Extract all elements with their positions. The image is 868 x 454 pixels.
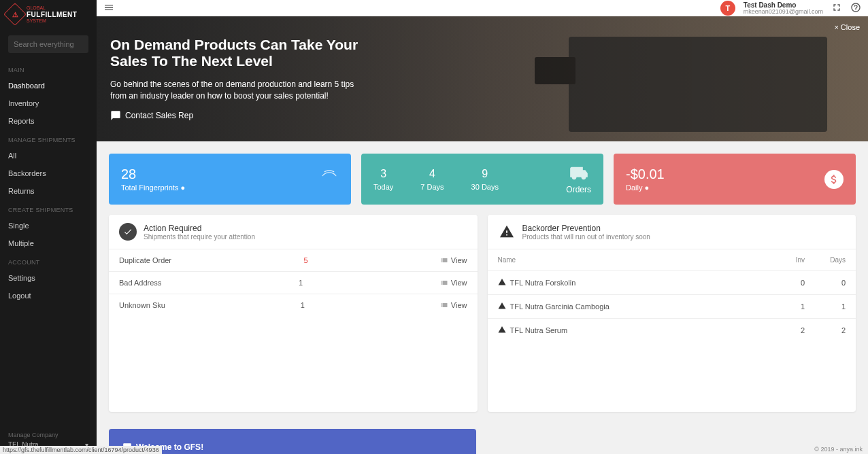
view-button[interactable]: View xyxy=(440,301,467,309)
nav-inventory[interactable]: Inventory xyxy=(0,94,97,112)
user-info: Test Dash Demo mkeenan021091@gmail.com xyxy=(744,1,823,16)
hamburger-icon xyxy=(103,2,114,13)
warning-icon xyxy=(498,223,516,241)
nav-settings[interactable]: Settings xyxy=(0,269,97,287)
status-bar-url: https://gfs.thefulfillmentlab.com/client… xyxy=(0,446,162,454)
avatar[interactable]: T xyxy=(720,1,735,16)
truck-icon xyxy=(566,164,591,185)
fingerprint-icon xyxy=(320,169,339,190)
search-input[interactable] xyxy=(14,40,107,48)
nav-section-create: CREATE SHIPMENTS xyxy=(0,200,97,217)
nav-all[interactable]: All xyxy=(0,147,97,164)
warning-icon xyxy=(498,278,510,287)
fingerprints-value: 28 xyxy=(121,167,185,182)
action-required-panel: Action Required Shipments that require y… xyxy=(109,215,478,412)
top-bar: T Test Dash Demo mkeenan021091@gmail.com xyxy=(97,0,868,16)
footer-credit: © 2019 - anya.ink xyxy=(814,446,863,453)
action-row[interactable]: Duplicate Order 5 View xyxy=(109,249,478,271)
nav-dashboard[interactable]: Dashboard xyxy=(0,77,97,94)
action-row[interactable]: Bad Address 1 View xyxy=(109,271,478,294)
nav-section-account: ACCOUNT xyxy=(0,252,97,269)
menu-toggle-button[interactable] xyxy=(103,2,114,15)
view-button[interactable]: View xyxy=(440,279,467,287)
nav-backorders[interactable]: Backorders xyxy=(0,164,97,182)
backorder-panel: Backorder Prevention Products that will … xyxy=(488,215,856,412)
table-header: Name Inv Days xyxy=(488,249,856,270)
orders-card[interactable]: 3Today 47 Days 930 Days Orders xyxy=(361,154,603,205)
stats-row: 28 Total Fingerprints ● 3Today 47 Days 9… xyxy=(97,141,868,205)
fingerprints-label: Total Fingerprints ● xyxy=(121,184,185,192)
nav-multiple[interactable]: Multiple xyxy=(0,234,97,252)
sidebar: ⚠ GLOBAL FULFILLMENT SYSTEM MAIN Dashboa… xyxy=(0,0,97,454)
help-button[interactable] xyxy=(850,2,861,15)
hero-body: Go behind the scenes of the on demand pr… xyxy=(110,79,369,102)
money-label: Daily ● xyxy=(626,184,665,192)
hero-title: On Demand Products Can Take Your Sales T… xyxy=(110,37,382,69)
table-row[interactable]: TFL Nutra Garcinia Cambogia 1 1 xyxy=(488,294,856,318)
check-icon xyxy=(119,223,137,241)
fingerprints-card[interactable]: 28 Total Fingerprints ● xyxy=(109,154,351,205)
welcome-banner: Welcome to GFS! The Global Fulfillment S… xyxy=(109,429,476,454)
nav-logout[interactable]: Logout xyxy=(0,287,97,304)
warning-icon xyxy=(498,326,510,335)
action-row[interactable]: Unknown Sku 1 View xyxy=(109,294,478,316)
money-value: -$0.01 xyxy=(626,167,665,182)
dollar-icon xyxy=(824,170,844,189)
money-card[interactable]: -$0.01 Daily ● xyxy=(614,154,856,205)
nav-returns[interactable]: Returns xyxy=(0,182,97,200)
list-icon xyxy=(440,301,448,309)
warning-icon xyxy=(498,302,510,311)
help-icon xyxy=(850,2,861,13)
search-input-container[interactable] xyxy=(8,35,88,53)
list-icon xyxy=(440,279,448,287)
table-row[interactable]: TFL Nutra Forskolin 0 0 xyxy=(488,270,856,294)
main-content: × Close On Demand Products Can Take Your… xyxy=(97,0,868,454)
chat-icon xyxy=(110,110,121,121)
fullscreen-button[interactable] xyxy=(831,2,842,15)
table-row[interactable]: TFL Nutra Serum 2 2 xyxy=(488,318,856,342)
nav-section-manage: MANAGE SHIPMENTS xyxy=(0,130,97,147)
list-icon xyxy=(440,256,448,264)
nav-reports[interactable]: Reports xyxy=(0,112,97,130)
nav-section-main: MAIN xyxy=(0,60,97,77)
hero-banner: × Close On Demand Products Can Take Your… xyxy=(97,16,868,141)
logo: ⚠ GLOBAL FULFILLMENT SYSTEM xyxy=(0,0,97,29)
nav-single[interactable]: Single xyxy=(0,217,97,234)
fullscreen-icon xyxy=(831,2,842,13)
view-button[interactable]: View xyxy=(440,256,467,264)
close-hero-button[interactable]: × Close xyxy=(834,23,860,31)
